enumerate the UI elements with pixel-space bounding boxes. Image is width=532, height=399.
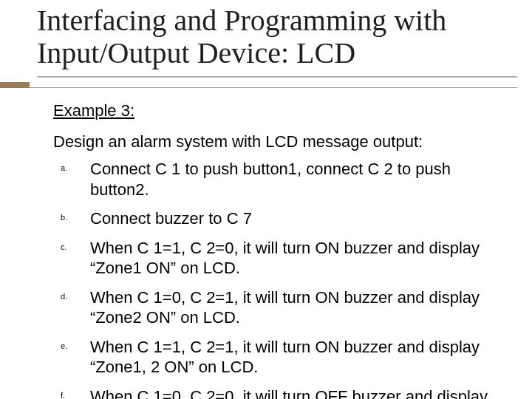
slide-title: Interfacing and Programming with Input/O… bbox=[37, 4, 510, 69]
list-marker: d. bbox=[61, 292, 67, 302]
list-item: d. When C 1=0, C 2=1, it will turn ON bu… bbox=[53, 287, 502, 328]
list-item: f. When C 1=0, C 2=0, it will turn OFF b… bbox=[53, 386, 502, 400]
list-text: When C 1=0, C 2=0, it will turn OFF buzz… bbox=[90, 387, 488, 400]
list-text: When C 1=1, C 2=1, it will turn ON buzze… bbox=[90, 338, 480, 377]
list-item: b. Connect buzzer to C 7 bbox=[53, 208, 502, 229]
example-heading: Example 3: bbox=[53, 100, 502, 121]
list-text: When C 1=0, C 2=1, it will turn ON buzze… bbox=[90, 288, 480, 327]
slide-body: Example 3: Design an alarm system with L… bbox=[53, 100, 502, 399]
list-marker: b. bbox=[61, 213, 67, 223]
divider-thin bbox=[30, 87, 517, 88]
list-text: Connect buzzer to C 7 bbox=[90, 209, 252, 228]
list-marker: f. bbox=[61, 391, 65, 400]
list-item: e. When C 1=1, C 2=1, it will turn ON bu… bbox=[53, 337, 502, 378]
steps-list: a. Connect C 1 to push button1, connect … bbox=[53, 159, 502, 399]
list-text: When C 1=1, C 2=0, it will turn ON buzze… bbox=[90, 239, 480, 278]
slide: Interfacing and Programming with Input/O… bbox=[0, 0, 532, 399]
accent-chip bbox=[0, 82, 30, 88]
list-item: a. Connect C 1 to push button1, connect … bbox=[53, 159, 502, 200]
list-marker: c. bbox=[61, 242, 67, 253]
list-marker: e. bbox=[61, 341, 67, 352]
list-marker: a. bbox=[61, 163, 67, 174]
list-text: Connect C 1 to push button1, connect C 2… bbox=[90, 160, 451, 199]
divider-top bbox=[37, 76, 517, 78]
lead-text: Design an alarm system with LCD message … bbox=[53, 132, 502, 152]
list-item: c. When C 1=1, C 2=0, it will turn ON bu… bbox=[53, 238, 502, 279]
